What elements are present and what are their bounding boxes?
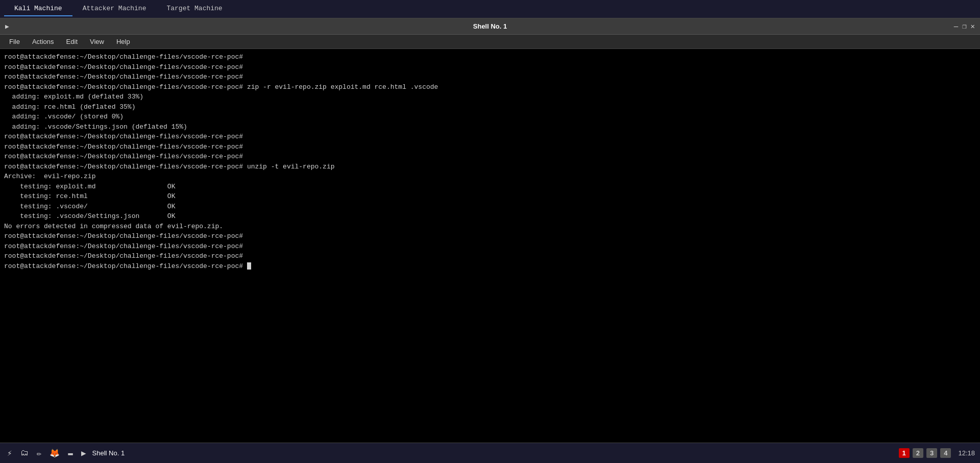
clock: 12:18 bbox=[958, 449, 975, 457]
top-tab-bar: Kali Machine Attacker Machine Target Mac… bbox=[0, 0, 980, 18]
menu-bar: File Actions Edit View Help bbox=[0, 35, 980, 49]
page-3-button[interactable]: 3 bbox=[926, 448, 937, 458]
tab-target-machine[interactable]: Target Machine bbox=[156, 2, 232, 16]
terminal-line: root@attackdefense:~/Desktop/challenge-f… bbox=[4, 62, 976, 72]
taskbar-editor-icon[interactable]: ✏ bbox=[35, 446, 44, 460]
restore-button[interactable]: ❐ bbox=[962, 22, 966, 31]
terminal-line: root@attackdefense:~/Desktop/challenge-f… bbox=[4, 152, 976, 162]
taskbar-shell-run-icon[interactable]: ▶ bbox=[79, 446, 88, 460]
taskbar-left: ⚡ 🗂 ✏ 🦊 ▬ ▶ Shell No. 1 bbox=[5, 446, 125, 460]
terminal-line: adding: rce.html (deflated 35%) bbox=[4, 102, 976, 112]
minimize-button[interactable]: — bbox=[954, 22, 958, 31]
terminal-cursor bbox=[247, 262, 251, 270]
terminal-line: root@attackdefense:~/Desktop/challenge-f… bbox=[4, 162, 976, 172]
terminal-line: testing: rce.html OK bbox=[4, 191, 976, 202]
window-controls: — ❐ ✕ bbox=[954, 22, 975, 31]
terminal-line: adding: .vscode/Settings.json (deflated … bbox=[4, 122, 976, 132]
terminal-line: testing: exploit.md OK bbox=[4, 182, 976, 192]
tab-kali-machine[interactable]: Kali Machine bbox=[4, 2, 72, 16]
page-1-button[interactable]: 1 bbox=[899, 448, 910, 458]
terminal-line: root@attackdefense:~/Desktop/challenge-f… bbox=[4, 241, 976, 252]
terminal-output[interactable]: root@attackdefense:~/Desktop/challenge-f… bbox=[0, 49, 980, 443]
terminal-line: root@attackdefense:~/Desktop/challenge-f… bbox=[4, 261, 976, 272]
title-bar: ▶ Shell No. 1 — ❐ ✕ bbox=[0, 18, 980, 35]
terminal-line: testing: .vscode/Settings.json OK bbox=[4, 211, 976, 222]
menu-actions[interactable]: Actions bbox=[27, 36, 59, 47]
taskbar: ⚡ 🗂 ✏ 🦊 ▬ ▶ Shell No. 1 1 2 3 4 12:18 bbox=[0, 443, 980, 463]
terminal-line: root@attackdefense:~/Desktop/challenge-f… bbox=[4, 231, 976, 241]
terminal-line: root@attackdefense:~/Desktop/challenge-f… bbox=[4, 132, 976, 142]
window-title: Shell No. 1 bbox=[473, 22, 507, 30]
menu-file[interactable]: File bbox=[4, 36, 25, 47]
taskbar-files-icon[interactable]: 🗂 bbox=[18, 446, 31, 460]
menu-edit[interactable]: Edit bbox=[61, 36, 83, 47]
page-2-button[interactable]: 2 bbox=[913, 448, 923, 458]
taskbar-terminal-icon[interactable]: ▬ bbox=[66, 447, 75, 460]
taskbar-network-icon[interactable]: ⚡ bbox=[5, 446, 14, 460]
terminal-line: root@attackdefense:~/Desktop/challenge-f… bbox=[4, 251, 976, 261]
terminal-line: root@attackdefense:~/Desktop/challenge-f… bbox=[4, 72, 976, 82]
taskbar-shell-label[interactable]: Shell No. 1 bbox=[92, 449, 125, 457]
terminal-line: Archive: evil-repo.zip bbox=[4, 172, 976, 182]
terminal-line: root@attackdefense:~/Desktop/challenge-f… bbox=[4, 142, 976, 152]
menu-view[interactable]: View bbox=[85, 36, 109, 47]
terminal-line: root@attackdefense:~/Desktop/challenge-f… bbox=[4, 82, 976, 92]
page-4-button[interactable]: 4 bbox=[940, 448, 951, 458]
menu-help[interactable]: Help bbox=[111, 36, 135, 47]
terminal-line: adding: .vscode/ (stored 0%) bbox=[4, 112, 976, 122]
terminal-line: adding: exploit.md (deflated 33%) bbox=[4, 92, 976, 102]
terminal-line: root@attackdefense:~/Desktop/challenge-f… bbox=[4, 52, 976, 62]
shell-icon: ▶ bbox=[5, 22, 9, 31]
terminal-line: No errors detected in compressed data of… bbox=[4, 222, 976, 232]
taskbar-firefox-icon[interactable]: 🦊 bbox=[47, 446, 62, 460]
close-button[interactable]: ✕ bbox=[971, 22, 975, 31]
taskbar-right: 1 2 3 4 12:18 bbox=[899, 448, 975, 458]
terminal-line: testing: .vscode/ OK bbox=[4, 202, 976, 212]
tab-attacker-machine[interactable]: Attacker Machine bbox=[72, 2, 157, 16]
